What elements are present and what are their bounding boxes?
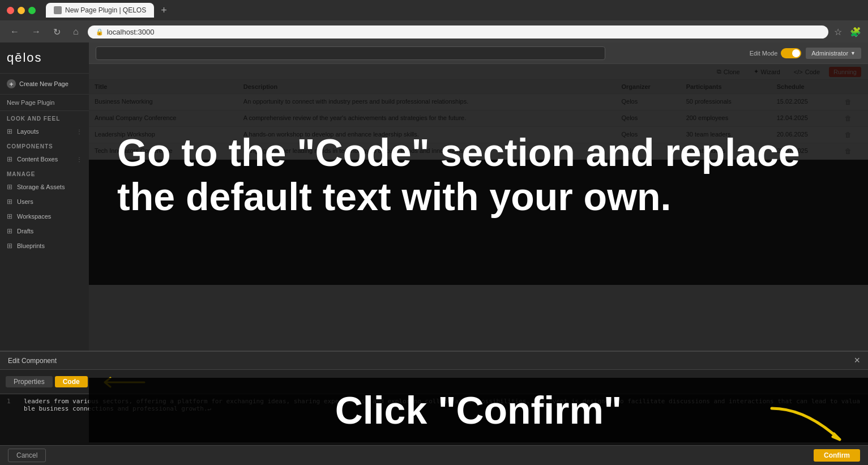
tab-favicon — [54, 6, 62, 14]
click-confirm-overlay: Click "Confirm" — [89, 378, 868, 442]
content-boxes-row: Content Boxes ⋮ — [17, 156, 82, 163]
window-controls — [7, 7, 36, 14]
click-confirm-text: Click "Confirm" — [335, 388, 622, 432]
line-number: 1 — [7, 398, 18, 412]
arrow-to-confirm-svg — [760, 403, 851, 448]
admin-label: Administrator — [811, 50, 848, 57]
components-header: COMPONENTS — [0, 139, 89, 152]
instruction-main-text: Go to the "Code" section and replace the… — [117, 130, 840, 219]
new-tab-button[interactable]: + — [161, 5, 167, 16]
storage-label: Storage & Assets — [17, 184, 65, 190]
sidebar-logo: qēlos — [0, 42, 89, 74]
look-and-feel-header: LOOK AND FEEL — [0, 111, 89, 124]
create-new-page-button[interactable]: + Create New Page — [7, 79, 82, 88]
bottom-action-bar: Cancel Confirm — [0, 445, 868, 465]
sidebar-item-workspaces[interactable]: ⊞ Workspaces — [0, 209, 89, 224]
workspaces-icon: ⊞ — [7, 212, 12, 220]
maximize-window-dot[interactable] — [28, 7, 36, 14]
sidebar-create-section[interactable]: + Create New Page — [0, 74, 89, 95]
browser-nav-icons: ☆ 🧩 — [834, 27, 861, 37]
tab-properties[interactable]: Properties — [6, 376, 53, 387]
minimize-window-dot[interactable] — [18, 7, 25, 14]
drafts-icon: ⊞ — [7, 227, 12, 235]
reload-button[interactable]: ↻ — [50, 25, 64, 39]
plugin-name-label: New Page Plugin — [0, 95, 89, 111]
users-label: Users — [17, 198, 33, 205]
browser-chrome: New Page Plugin | QELOS + ← → ↻ ⌂ 🔒 loca… — [0, 0, 868, 43]
edit-component-header: Edit Component × — [0, 352, 868, 370]
address-bar[interactable]: 🔒 localhost:3000 — [88, 25, 828, 39]
edit-mode-label: Edit Mode — [750, 50, 778, 57]
browser-tab[interactable]: New Page Plugin | QELOS — [46, 3, 154, 18]
blueprints-icon: ⊞ — [7, 242, 12, 250]
logo-text: qēlos — [7, 50, 82, 65]
star-icon[interactable]: ☆ — [834, 27, 842, 37]
toolbar-right: Edit Mode Administrator ▼ — [750, 48, 861, 59]
cancel-button[interactable]: Cancel — [8, 449, 46, 462]
sidebar-item-drafts[interactable]: ⊞ Drafts — [0, 224, 89, 238]
nav-bar: ← → ↻ ⌂ 🔒 localhost:3000 ☆ 🧩 — [0, 20, 868, 43]
tab-code[interactable]: Code — [55, 376, 88, 387]
users-icon: ⊞ — [7, 198, 12, 206]
content-boxes-icon: ⊞ — [7, 155, 12, 163]
content-boxes-label: Content Boxes — [17, 156, 58, 163]
content-boxes-expand-icon: ⋮ — [76, 156, 82, 163]
sidebar-item-storage[interactable]: ⊞ Storage & Assets — [0, 180, 89, 194]
close-window-dot[interactable] — [7, 7, 14, 14]
confirm-button[interactable]: Confirm — [814, 449, 860, 462]
address-lock-icon: 🔒 — [96, 28, 104, 36]
title-bar: New Page Plugin | QELOS + — [0, 0, 868, 20]
blueprints-label: Blueprints — [17, 242, 45, 249]
layouts-expand-icon: ⋮ — [76, 129, 82, 135]
sidebar-item-blueprints[interactable]: ⊞ Blueprints — [0, 238, 89, 253]
forward-button[interactable]: → — [28, 25, 44, 38]
top-toolbar: Edit Mode Administrator ▼ — [89, 42, 868, 64]
layouts-row: Layouts ⋮ — [17, 128, 82, 135]
admin-button[interactable]: Administrator ▼ — [806, 48, 861, 59]
tab-title: New Page Plugin | QELOS — [65, 6, 146, 14]
toggle-switch[interactable] — [781, 48, 801, 58]
edit-component-title: Edit Component — [8, 357, 57, 365]
extensions-icon[interactable]: 🧩 — [850, 27, 861, 37]
address-url: localhost:3000 — [107, 28, 155, 36]
admin-chevron-icon: ▼ — [850, 50, 856, 56]
plus-icon: + — [7, 79, 16, 88]
drafts-label: Drafts — [17, 228, 33, 234]
back-button[interactable]: ← — [7, 25, 23, 38]
layouts-icon: ⊞ — [7, 127, 12, 135]
page-wrapper: New Page Plugin | QELOS + ← → ↻ ⌂ 🔒 loca… — [0, 0, 868, 465]
layouts-label: Layouts — [17, 128, 39, 135]
home-button[interactable]: ⌂ — [70, 25, 82, 38]
edit-component-close-button[interactable]: × — [854, 355, 860, 366]
instruction-content: Go to the "Code" section and replace the… — [89, 113, 868, 236]
edit-mode-toggle[interactable]: Edit Mode — [750, 48, 802, 58]
storage-icon: ⊞ — [7, 183, 12, 191]
create-new-page-label: Create New Page — [19, 80, 69, 87]
search-input[interactable] — [96, 46, 605, 60]
manage-header: MANAGE — [0, 167, 89, 180]
toggle-knob — [792, 49, 800, 57]
workspaces-label: Workspaces — [17, 213, 51, 220]
sidebar-item-users[interactable]: ⊞ Users — [0, 194, 89, 209]
sidebar-item-content-boxes[interactable]: ⊞ Content Boxes ⋮ — [0, 152, 89, 167]
sidebar-item-layouts[interactable]: ⊞ Layouts ⋮ — [0, 124, 89, 139]
instruction-overlay: Go to the "Code" section and replace the… — [89, 64, 868, 285]
